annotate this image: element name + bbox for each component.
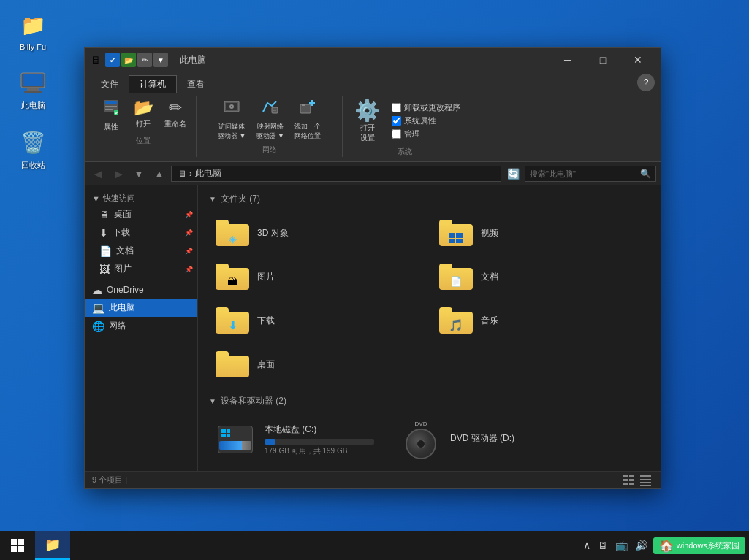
close-button[interactable]: ✕: [621, 48, 655, 72]
svg-rect-25: [640, 475, 651, 477]
downloads-sidebar-label: 下载: [113, 226, 130, 239]
sidebar-item-this-pc[interactable]: 💻 此电脑: [85, 299, 197, 317]
desktop-pin-icon: 📌: [185, 211, 193, 218]
path-text: 此电脑: [195, 167, 221, 180]
address-bar: ◀ ▶ ▼ ▲ 🖥 › 此电脑 🔄 🔍: [85, 162, 661, 185]
svg-text:✔: ✔: [115, 110, 119, 115]
search-box[interactable]: 🔍: [525, 166, 656, 182]
explorer-window: 🖥 ✔ 📂 ✏ ▼ 此电脑 ─ □ ✕ 文件 计算机 查看 ?: [84, 47, 661, 489]
c-drive-icon-wrapper: [215, 422, 256, 457]
recycle-bin-label: 回收站: [21, 160, 45, 171]
ribbon-open-button[interactable]: 📂 打开: [129, 96, 158, 131]
ribbon-add-location-button[interactable]: 添加一个网络位置: [291, 96, 324, 143]
pictures-label: 图片: [257, 271, 275, 283]
ribbon-open-settings-button[interactable]: ⚙️ 打开设置: [349, 96, 386, 145]
windows-brand-badge[interactable]: 🏠 windows系统家园: [653, 537, 745, 554]
up-button[interactable]: ▲: [151, 165, 168, 183]
qa-open-button[interactable]: 📂: [121, 53, 136, 67]
address-path[interactable]: 🖥 › 此电脑: [171, 166, 501, 182]
sidebar-item-onedrive[interactable]: ☁ OneDrive: [85, 281, 197, 299]
chevron-up-icon[interactable]: ∧: [583, 540, 590, 551]
drive-d[interactable]: DVD DVD 驱动器 (D:): [395, 416, 520, 463]
tab-file[interactable]: 文件: [91, 75, 129, 93]
svg-rect-2: [27, 88, 39, 91]
uninstall-label: 卸载或更改程序: [404, 102, 460, 113]
sidebar-item-desktop[interactable]: 🖥 桌面 📌: [85, 205, 197, 223]
dvd-disc: [406, 429, 436, 459]
sys-props-label: 系统属性: [404, 115, 436, 126]
sidebar-item-documents[interactable]: 📄 文档 📌: [85, 242, 197, 260]
tab-view[interactable]: 查看: [177, 75, 215, 93]
qa-save-button[interactable]: ✔: [105, 53, 120, 67]
network-buttons: 访问媒体驱动器 ▼ 映射网络驱动器 ▼: [214, 96, 324, 143]
back-button[interactable]: ◀: [89, 165, 107, 183]
drives-section-header[interactable]: ▼ 设备和驱动器 (2): [209, 395, 650, 407]
pictures-pin-icon: 📌: [185, 266, 193, 273]
c-drive-icon: [218, 426, 253, 453]
grid-view-button[interactable]: [639, 475, 653, 486]
desktop-icon-recycle-bin[interactable]: 🗑️ 回收站: [7, 125, 58, 174]
folder-body: 🎵: [439, 312, 473, 334]
add-location-label: 添加一个网络位置: [294, 122, 321, 141]
start-button[interactable]: [0, 531, 35, 560]
folder-videos[interactable]: 视频: [433, 214, 650, 252]
manage-label: 管理: [404, 129, 420, 139]
recent-locations-button[interactable]: ▼: [130, 165, 148, 183]
manage-checkbox[interactable]: 管理: [392, 129, 460, 139]
taskbar-file-explorer[interactable]: 📁: [35, 531, 70, 560]
folder-pictures[interactable]: 🏔 图片: [209, 258, 427, 296]
3d-overlay: ◈: [229, 233, 237, 245]
desktop-icon-this-pc[interactable]: 此电脑: [7, 65, 58, 114]
folder-music[interactable]: 🎵 音乐: [433, 302, 650, 340]
folders-section-header[interactable]: ▼ 文件夹 (7): [209, 193, 650, 205]
pictures-icon-wrapper: 🏔: [215, 262, 250, 291]
access-media-label: 访问媒体驱动器 ▼: [218, 122, 246, 141]
search-submit-button[interactable]: 🔍: [640, 169, 651, 179]
windows-logo: [11, 539, 24, 552]
system-properties-checkbox[interactable]: 系统属性: [392, 115, 460, 126]
maximize-button[interactable]: □: [586, 48, 620, 72]
this-pc-sidebar-label: 此电脑: [109, 302, 135, 314]
desktop-sidebar-icon: 🖥: [99, 209, 110, 220]
folder-documents[interactable]: 📄 文档: [433, 258, 650, 296]
ribbon-rename-button[interactable]: ✏ 重命名: [161, 96, 190, 131]
tab-computer[interactable]: 计算机: [129, 75, 177, 93]
svg-rect-3: [24, 91, 42, 93]
quick-access-header[interactable]: ▼ 快速访问: [85, 191, 197, 205]
volume-icon[interactable]: 🔊: [635, 540, 647, 551]
qa-rename-button[interactable]: ✏: [137, 53, 152, 67]
drive-c[interactable]: 本地磁盘 (C:) 179 GB 可用，共 199 GB: [209, 416, 380, 463]
network-icon[interactable]: 🖥: [598, 540, 608, 551]
downloads-label: 下载: [257, 315, 275, 327]
qa-dropdown-button[interactable]: ▼: [153, 53, 168, 67]
list-view-button[interactable]: [621, 475, 636, 486]
folder-desktop[interactable]: 桌面: [209, 345, 427, 383]
ribbon-properties-button[interactable]: ✔ 属性: [96, 96, 126, 134]
system-tray: ∧ 🖥 📺 🔊: [583, 540, 647, 551]
pictures-overlay: 🏔: [227, 275, 237, 287]
uninstall-programs-checkbox[interactable]: 卸载或更改程序: [392, 102, 460, 113]
forward-button[interactable]: ▶: [110, 165, 127, 183]
hdd-bar: [219, 441, 251, 450]
svg-rect-22: [629, 479, 634, 481]
folder-3d-objects[interactable]: ◈ 3D 对象: [209, 214, 427, 252]
open-label: 打开: [136, 119, 151, 129]
display-icon[interactable]: 📺: [615, 540, 628, 551]
network-sidebar-label: 网络: [109, 320, 126, 332]
ribbon-map-network-button[interactable]: 映射网络驱动器 ▼: [253, 96, 288, 143]
minimize-button[interactable]: ─: [551, 48, 585, 72]
search-input[interactable]: [530, 169, 640, 178]
sidebar-item-downloads[interactable]: ⬇ 下载 📌: [85, 223, 197, 242]
recycle-bin-icon: 🗑️: [18, 128, 47, 157]
folder-downloads[interactable]: ⬇ 下载: [209, 302, 427, 340]
desktop-icon-billy-fu[interactable]: 📁 Billy Fu: [7, 7, 58, 54]
refresh-button[interactable]: 🔄: [504, 165, 522, 183]
documents-icon-wrapper: 📄: [438, 262, 474, 291]
sidebar-item-pictures[interactable]: 🖼 图片 📌: [85, 260, 197, 278]
sidebar-item-network[interactable]: 🌐 网络: [85, 317, 197, 335]
help-button[interactable]: ?: [637, 74, 655, 91]
folder-body: ⬇: [216, 312, 249, 334]
ribbon-access-media-button[interactable]: 访问媒体驱动器 ▼: [214, 96, 249, 143]
svg-rect-23: [623, 483, 628, 485]
folder-body: 🏔: [216, 268, 249, 290]
